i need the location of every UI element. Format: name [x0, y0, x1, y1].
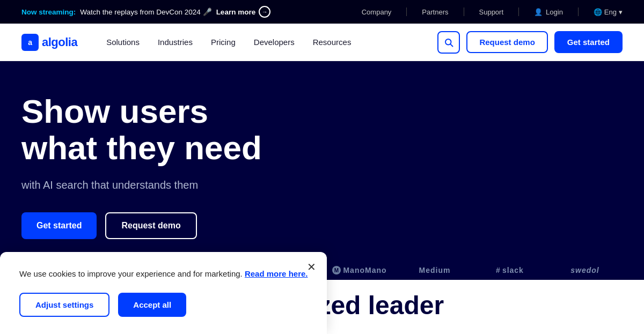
nav-solutions[interactable]: Solutions — [99, 33, 147, 51]
navbar: a algolia Solutions Industries Pricing D… — [0, 24, 644, 61]
brand-medium: Medium — [397, 266, 472, 274]
search-button[interactable] — [437, 31, 460, 54]
brand-slack: # slack — [472, 266, 547, 274]
divider — [406, 8, 407, 16]
accept-all-button[interactable]: Accept all — [118, 293, 186, 317]
cookie-read-more-link[interactable]: Read more here. — [245, 269, 308, 278]
company-link[interactable]: Company — [362, 8, 392, 16]
cookie-close-button[interactable]: ✕ — [307, 261, 316, 273]
banner-left: Now streaming: Watch the replays from De… — [21, 6, 270, 18]
top-banner: Now streaming: Watch the replays from De… — [0, 0, 644, 24]
logo[interactable]: a algolia — [21, 34, 77, 51]
nav-pricing[interactable]: Pricing — [203, 33, 243, 51]
language-selector[interactable]: 🌐 Eng ▾ — [594, 8, 623, 16]
learn-more-link[interactable]: Learn more → — [216, 6, 271, 18]
algolia-logo-icon: a — [21, 34, 39, 51]
adjust-settings-button[interactable]: Adjust settings — [19, 293, 109, 317]
svg-line-3 — [451, 44, 453, 46]
brand-swedol: swedol — [547, 266, 623, 274]
svg-text:a: a — [28, 38, 32, 47]
brand-manomano: M ManoMano — [322, 266, 397, 274]
hero-buttons: Get started Request demo — [21, 212, 623, 239]
watch-text: Watch the replays from DevCon 2024 🎤 — [80, 8, 211, 16]
streaming-label: Now streaming: — [21, 8, 76, 16]
hero-get-started-button[interactable]: Get started — [21, 212, 97, 239]
manomano-icon: M — [332, 266, 341, 274]
divider — [464, 8, 464, 16]
login-button[interactable]: 👤 Login — [534, 8, 563, 16]
chevron-down-icon: ▾ — [619, 8, 623, 16]
hero-title: Show users what they need — [21, 93, 343, 166]
globe-icon: 🌐 — [594, 8, 602, 16]
slack-icon: # — [496, 266, 501, 274]
person-icon: 👤 — [534, 8, 543, 16]
nav-links: Solutions Industries Pricing Developers … — [99, 33, 437, 51]
cookie-text: We use cookies to improve your experienc… — [19, 268, 308, 280]
request-demo-nav-button[interactable]: Request demo — [466, 31, 547, 53]
cookie-banner: ✕ We use cookies to improve your experie… — [0, 252, 327, 321]
hero-request-demo-button[interactable]: Request demo — [105, 212, 196, 239]
hero-subtitle: with AI search that understands them — [21, 177, 236, 193]
get-started-nav-button[interactable]: Get started — [554, 31, 623, 53]
support-link[interactable]: Support — [479, 8, 504, 16]
nav-developers[interactable]: Developers — [246, 33, 302, 51]
search-icon — [444, 38, 453, 47]
banner-right: Company Partners Support 👤 Login 🌐 Eng ▾ — [362, 8, 623, 16]
logo-text: a algolia — [21, 34, 77, 51]
nav-resources[interactable]: Resources — [305, 33, 359, 51]
cookie-buttons: Adjust settings Accept all — [19, 293, 308, 317]
arrow-circle-icon: → — [259, 6, 270, 18]
divider — [578, 8, 579, 16]
partners-link[interactable]: Partners — [422, 8, 448, 16]
hero-section: Show users what they need with AI search… — [0, 61, 644, 261]
divider — [518, 8, 519, 16]
nav-actions: Request demo Get started — [437, 31, 623, 54]
nav-industries[interactable]: Industries — [150, 33, 200, 51]
